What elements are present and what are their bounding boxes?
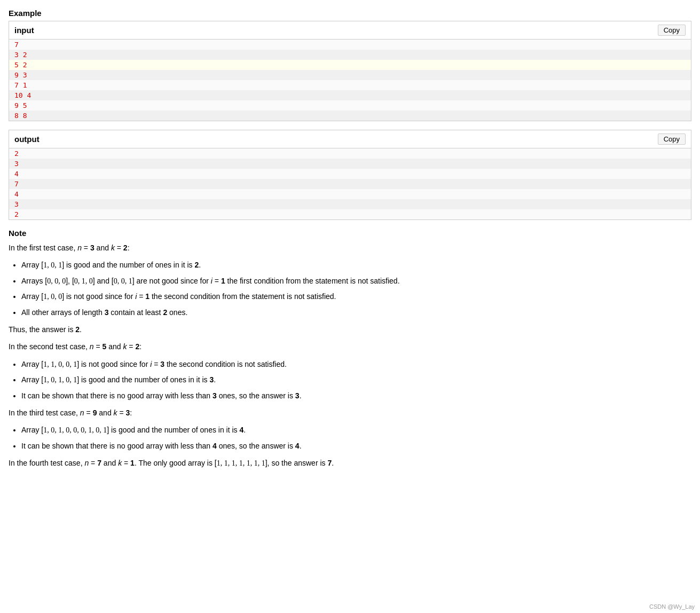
input-rows: 73 25 29 37 110 49 58 8 — [9, 40, 691, 121]
note-bullets-2: Array [1, 1, 0, 0, 1] is not good since … — [21, 358, 691, 402]
note-para-1: In the first test case, n = 3 and k = 2: — [9, 242, 691, 254]
output-box: output Copy 2347432 — [9, 130, 691, 220]
output-copy-button[interactable]: Copy — [658, 133, 686, 145]
output-header: output Copy — [9, 130, 691, 148]
note-para-3: In the third test case, n = 9 and k = 3: — [9, 407, 691, 419]
input-row: 3 2 — [9, 50, 691, 60]
list-item: Array [1, 0, 0] is not good since for i … — [21, 290, 691, 303]
input-row: 9 3 — [9, 70, 691, 80]
list-item: Array [1, 0, 1, 0, 1] is good and the nu… — [21, 374, 691, 386]
output-row: 7 — [9, 179, 691, 189]
output-row: 4 — [9, 189, 691, 199]
list-item: Arrays [0, 0, 0], [0, 1, 0] and [0, 0, 1… — [21, 275, 691, 287]
input-row: 8 8 — [9, 111, 691, 121]
note-para-2: In the second test case, n = 5 and k = 2… — [9, 341, 691, 352]
input-label: input — [14, 26, 34, 35]
output-row: 2 — [9, 148, 691, 159]
input-row: 9 5 — [9, 100, 691, 111]
output-rows: 2347432 — [9, 148, 691, 219]
input-header: input Copy — [9, 21, 691, 40]
output-row: 2 — [9, 209, 691, 219]
example-heading: Example — [9, 9, 691, 18]
output-row: 3 — [9, 159, 691, 169]
input-copy-button[interactable]: Copy — [658, 25, 686, 36]
input-box: input Copy 73 25 29 37 110 49 58 8 — [9, 21, 691, 121]
list-item: It can be shown that there is no good ar… — [21, 440, 691, 452]
list-item: Array [1, 0, 1] is good and the number o… — [21, 259, 691, 271]
list-item: All other arrays of length 3 contain at … — [21, 306, 691, 318]
note-para-4: In the fourth test case, n = 7 and k = 1… — [9, 457, 691, 469]
note-bullets-3: Array [1, 0, 1, 0, 0, 0, 1, 0, 1] is goo… — [21, 424, 691, 452]
input-row: 5 2 — [9, 60, 691, 70]
input-row: 7 — [9, 40, 691, 50]
note-section: Note In the first test case, n = 3 and k… — [9, 229, 691, 469]
list-item: It can be shown that there is no good ar… — [21, 390, 691, 402]
input-row: 10 4 — [9, 90, 691, 100]
input-row: 7 1 — [9, 80, 691, 90]
note-thus-1: Thus, the answer is 2. — [9, 324, 691, 335]
list-item: Array [1, 1, 0, 0, 1] is not good since … — [21, 358, 691, 371]
output-label: output — [14, 135, 40, 144]
list-item: Array [1, 0, 1, 0, 0, 0, 1, 0, 1] is goo… — [21, 424, 691, 436]
note-bullets-1: Array [1, 0, 1] is good and the number o… — [21, 259, 691, 318]
output-row: 3 — [9, 199, 691, 209]
note-title: Note — [9, 229, 691, 238]
output-row: 4 — [9, 169, 691, 179]
